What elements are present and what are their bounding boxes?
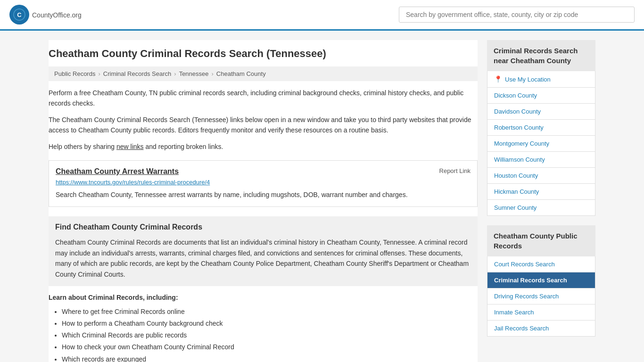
new-links-link[interactable]: new links — [116, 143, 144, 150]
list-item: How to perform a Cheatham County backgro… — [62, 318, 478, 329]
sidebar-public-records-header: Cheatham County Public Records — [487, 225, 595, 256]
learn-section: Learn about Criminal Records, including:… — [49, 294, 478, 362]
sidebar-item[interactable]: Houston County — [487, 168, 595, 184]
warrant-title[interactable]: Cheatham County Arrest Warrants — [56, 167, 179, 176]
breadcrumb-tennessee[interactable]: Tennessee — [179, 70, 209, 77]
header: C CountyOffice.org — [0, 0, 644, 31]
breadcrumb-public-records[interactable]: Public Records — [54, 70, 95, 77]
sidebar-public-records-section: Cheatham County Public Records Court Rec… — [487, 225, 595, 337]
sidebar-item[interactable]: Davidson County — [487, 104, 595, 120]
logo-text: CountyOffice.org — [32, 10, 82, 20]
sidebar-public-records-list: Court Records SearchCriminal Records Sea… — [487, 256, 595, 337]
sidebar-county-link[interactable]: Sumner County — [487, 200, 595, 215]
sidebar-county-link[interactable]: Montgomery County — [487, 136, 595, 151]
logo-icon: C — [9, 5, 29, 25]
list-item: Which Criminal Records are public record… — [62, 329, 478, 341]
sidebar-item[interactable]: Williamson County — [487, 152, 595, 168]
warrant-section: Cheatham County Arrest Warrants Report L… — [49, 160, 478, 207]
sidebar-item[interactable]: Montgomery County — [487, 136, 595, 152]
sidebar-county-link[interactable]: Robertson County — [487, 120, 595, 135]
location-icon: 📍 — [494, 75, 502, 83]
sidebar-public-record-item[interactable]: Jail Records Search — [487, 321, 595, 336]
sidebar: Criminal Records Search near Cheatham Co… — [487, 40, 595, 362]
sidebar-county-link[interactable]: Dickson County — [487, 88, 595, 103]
learn-list: Where to get free Criminal Records onlin… — [49, 306, 478, 362]
content-body: Perform a free Cheatham County, TN publi… — [49, 81, 478, 362]
sidebar-public-record-item[interactable]: Driving Records Search — [487, 288, 595, 304]
sidebar-item[interactable]: Dickson County — [487, 88, 595, 104]
breadcrumb-sep-3: › — [212, 70, 214, 77]
breadcrumb: Public Records › Criminal Records Search… — [49, 66, 478, 81]
breadcrumb-sep-1: › — [98, 70, 100, 77]
warrant-header: Cheatham County Arrest Warrants Report L… — [56, 167, 471, 176]
content-area: Cheatham County Criminal Records Search … — [49, 40, 478, 362]
intro-paragraph-1: Perform a free Cheatham County, TN publi… — [49, 88, 478, 109]
list-item: How to check your own Cheatham County Cr… — [62, 341, 478, 353]
sidebar-nearby-section: Criminal Records Search near Cheatham Co… — [487, 40, 595, 216]
find-title: Find Cheatham County Criminal Records — [55, 223, 471, 231]
sidebar-public-record-link[interactable]: Jail Records Search — [487, 321, 595, 336]
search-input[interactable] — [399, 7, 635, 23]
sidebar-public-record-item[interactable]: Court Records Search — [487, 256, 595, 272]
sidebar-public-record-link[interactable]: Court Records Search — [487, 256, 595, 272]
sidebar-public-record-item[interactable]: Inmate Search — [487, 304, 595, 321]
warrant-description: Search Cheatham County, Tennessee arrest… — [56, 189, 471, 200]
sidebar-public-record-link[interactable]: Driving Records Search — [487, 288, 595, 304]
help-text: Help others by sharing new links and rep… — [49, 141, 478, 152]
learn-title: Learn about Criminal Records, including: — [49, 294, 478, 301]
warrant-url[interactable]: https://www.tncourts.gov/rules/rules-cri… — [56, 179, 471, 186]
find-section: Find Cheatham County Criminal Records Ch… — [49, 216, 478, 286]
list-item: Where to get free Criminal Records onlin… — [62, 306, 478, 318]
breadcrumb-criminal-records[interactable]: Criminal Records Search — [103, 70, 172, 77]
sidebar-item[interactable]: Sumner County — [487, 200, 595, 215]
sidebar-nearby-list: 📍 Use My Location Dickson CountyDavidson… — [487, 71, 595, 216]
logo-area: C CountyOffice.org — [9, 5, 82, 25]
use-location-link[interactable]: 📍 Use My Location — [487, 71, 595, 87]
sidebar-use-location[interactable]: 📍 Use My Location — [487, 71, 595, 88]
sidebar-item[interactable]: Robertson County — [487, 120, 595, 136]
intro-paragraph-2: The Cheatham County Criminal Records Sea… — [49, 115, 478, 136]
sidebar-county-link[interactable]: Houston County — [487, 168, 595, 183]
sidebar-item[interactable]: Hickman County — [487, 184, 595, 200]
find-text: Cheatham County Criminal Records are doc… — [55, 237, 471, 280]
report-link[interactable]: Report Link — [439, 167, 471, 174]
page-title: Cheatham County Criminal Records Search … — [49, 40, 478, 66]
sidebar-nearby-header: Criminal Records Search near Cheatham Co… — [487, 40, 595, 71]
svg-text:C: C — [17, 11, 22, 18]
sidebar-county-link[interactable]: Williamson County — [487, 152, 595, 167]
breadcrumb-sep-2: › — [174, 70, 176, 77]
sidebar-public-record-link[interactable]: Criminal Records Search — [487, 272, 595, 288]
sidebar-public-record-link[interactable]: Inmate Search — [487, 304, 595, 320]
sidebar-county-link[interactable]: Davidson County — [487, 104, 595, 119]
sidebar-public-record-item[interactable]: Criminal Records Search — [487, 272, 595, 288]
main-wrapper: Cheatham County Criminal Records Search … — [39, 31, 605, 362]
list-item: Which records are expunged — [62, 354, 478, 362]
sidebar-county-link[interactable]: Hickman County — [487, 184, 595, 199]
breadcrumb-current: Cheatham County — [216, 70, 266, 77]
